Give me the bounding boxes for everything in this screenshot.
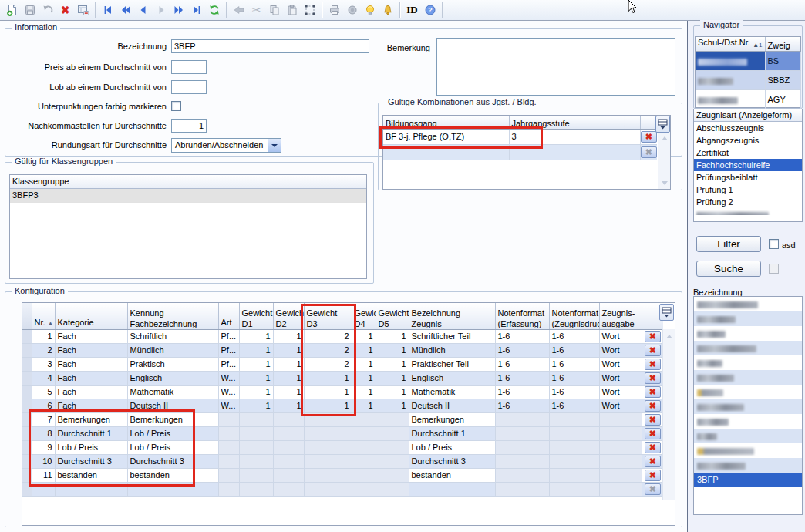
- delete-row-button[interactable]: ✖: [645, 442, 661, 453]
- bezeichnung-list-item[interactable]: [694, 355, 802, 370]
- column-chooser-button[interactable]: [655, 116, 670, 133]
- paste-icon: [286, 4, 298, 16]
- zeugnisart-list-header[interactable]: Zeugnisart (Anzeigeform): [694, 109, 802, 122]
- id-button[interactable]: ID: [403, 2, 421, 19]
- delete-row-button[interactable]: ✖: [645, 400, 661, 412]
- gewicht-d2-cell: 1: [273, 329, 304, 343]
- unterpunktungen-checkbox[interactable]: [171, 101, 181, 111]
- rundungsart-select[interactable]: Abrunden/Abschneiden: [171, 138, 281, 153]
- redacted-item: [697, 375, 734, 382]
- navigator-row[interactable]: BS: [696, 52, 800, 71]
- filter-button[interactable]: Filter: [696, 236, 761, 252]
- bezeichnung-list-item[interactable]: [694, 414, 802, 429]
- konfiguration-column-header[interactable]: Art: [218, 303, 239, 329]
- bezeichnung-list-item[interactable]: [694, 458, 802, 473]
- konfiguration-column-header[interactable]: Kategorie: [55, 303, 127, 329]
- konfiguration-scrollbar[interactable]: [662, 329, 675, 500]
- bezeichnung-list-item[interactable]: [694, 311, 802, 326]
- zeugnisart-item[interactable]: [694, 208, 802, 215]
- art-cell: Pf...: [218, 357, 239, 371]
- nav-last-button[interactable]: [187, 2, 205, 19]
- bezeichnung-list-item[interactable]: [694, 297, 802, 311]
- form-remove-button[interactable]: [74, 2, 92, 19]
- delete-row-button[interactable]: ✖: [645, 414, 661, 426]
- konfiguration-column-header[interactable]: Notenformat(Zeugnisdruck): [549, 303, 599, 329]
- klassengruppe-row[interactable]: 3BFP3: [10, 189, 366, 203]
- zeugnisart-item[interactable]: Abschlusszeugnis: [694, 122, 802, 134]
- save-icon: [24, 4, 36, 16]
- bezeichnung-input[interactable]: [171, 39, 369, 53]
- konfiguration-groupbox-title: Konfiguration: [12, 286, 68, 295]
- nachkommastellen-input[interactable]: [171, 119, 207, 133]
- delete-row-button[interactable]: ✖: [645, 428, 661, 439]
- navigator-row[interactable]: SBBZ: [696, 71, 800, 90]
- header-line2: D5: [379, 319, 389, 328]
- konfiguration-column-header[interactable]: Nr.▲: [32, 303, 55, 329]
- column-header-schulnr[interactable]: Schul-/Dst.Nr.▲1: [696, 37, 765, 52]
- delete-row-button[interactable]: ✖: [645, 345, 661, 356]
- zeugnisart-list: Zeugnisart (Anzeigeform) Abschlusszeugni…: [693, 109, 803, 222]
- bemerkung-textarea[interactable]: [436, 38, 675, 96]
- column-header-klassengruppe[interactable]: Klassengruppe: [10, 175, 366, 189]
- nav-first-button[interactable]: [99, 2, 116, 19]
- column-chooser-button[interactable]: [659, 304, 674, 321]
- zeugnisart-item[interactable]: Abgangszeugnis: [694, 134, 802, 146]
- bezeichnung-list-item[interactable]: [694, 326, 802, 341]
- bezeichnung-list-item[interactable]: [694, 341, 802, 355]
- refresh-button[interactable]: [205, 2, 223, 19]
- delete-row-button[interactable]: ✖: [645, 483, 661, 495]
- delete-row-button[interactable]: ✖: [645, 331, 661, 342]
- lob-input[interactable]: [171, 80, 207, 94]
- nav-fast-next-button[interactable]: [170, 2, 187, 19]
- bezeichnung-list-item[interactable]: [694, 429, 802, 443]
- nav-prev-button[interactable]: [134, 2, 152, 19]
- bezeichnung-list-item[interactable]: [694, 443, 802, 458]
- preis-input[interactable]: [171, 60, 207, 74]
- bezeichnung-zeugnis-cell: Schriftlicher Teil: [409, 329, 495, 343]
- delete-row-button[interactable]: ✖: [641, 146, 657, 158]
- bezeichnung-list-item[interactable]: [694, 370, 802, 385]
- scroll-down-icon[interactable]: [658, 177, 670, 189]
- scroll-up-icon[interactable]: [658, 133, 670, 144]
- konfiguration-column-header[interactable]: BezeichnungZeugnis: [409, 303, 495, 329]
- toolbar-separator: [226, 2, 227, 18]
- zeugnisart-item[interactable]: Prüfungsbeiblatt: [694, 171, 802, 184]
- notification-button[interactable]: [379, 2, 396, 19]
- zeugnisart-item[interactable]: Fachhochschulreife: [694, 159, 802, 171]
- zeugnisausgabe-cell: [599, 468, 642, 482]
- delete-row-button[interactable]: ✖: [645, 359, 661, 370]
- konfiguration-column-header[interactable]: Zeugnis-ausgabe: [599, 303, 642, 329]
- konfiguration-column-header[interactable]: GewichtD5: [376, 303, 409, 329]
- delete-row-button[interactable]: ✖: [645, 386, 661, 398]
- notenformat-zeugnisdruck-cell: 1-6: [549, 357, 599, 371]
- klassengruppen-groupbox-title: Gültig für Klassengruppen: [12, 157, 116, 166]
- scroll-up-icon[interactable]: [663, 331, 675, 342]
- kombinationen-scrollbar[interactable]: [658, 133, 670, 189]
- konfiguration-column-header[interactable]: Notenformat(Erfassung): [495, 303, 549, 329]
- delete-row-button[interactable]: ✖: [641, 131, 657, 143]
- nav-fast-prev-button[interactable]: [116, 2, 134, 19]
- konfiguration-column-header[interactable]: KennungFachbezeichnung: [127, 303, 218, 329]
- header-line1: Gewicht: [276, 308, 305, 318]
- zeugnisart-item[interactable]: Prüfung 1: [694, 184, 802, 196]
- delete-button[interactable]: ✖: [56, 2, 74, 19]
- column-header-zweig[interactable]: Zweig: [765, 37, 800, 52]
- help-button[interactable]: ?: [421, 2, 439, 19]
- bezeichnung-list-item[interactable]: [694, 385, 802, 399]
- bezeichnung-zeugnis-cell: bestanden: [409, 468, 495, 482]
- konfiguration-column-header[interactable]: GewichtD2: [273, 303, 304, 329]
- delete-row-button[interactable]: ✖: [645, 456, 661, 467]
- chevron-down-icon[interactable]: [268, 139, 281, 152]
- bezeichnung-list-item[interactable]: 3BFP: [694, 473, 802, 487]
- konfiguration-column-header[interactable]: GewichtD1: [239, 303, 273, 329]
- delete-row-button[interactable]: ✖: [645, 470, 661, 481]
- hint-button[interactable]: [361, 2, 379, 19]
- zeugnisart-item[interactable]: Prüfung 2: [694, 196, 802, 208]
- asd-checkbox[interactable]: [769, 239, 779, 249]
- delete-row-button[interactable]: ✖: [645, 372, 661, 384]
- bezeichnung-list-item[interactable]: [694, 399, 802, 414]
- suche-button[interactable]: Suche: [696, 261, 761, 277]
- zeugnisart-item[interactable]: Zertifikat: [694, 146, 802, 159]
- navigator-row[interactable]: AGY: [696, 90, 800, 109]
- new-document-button[interactable]: [3, 2, 21, 19]
